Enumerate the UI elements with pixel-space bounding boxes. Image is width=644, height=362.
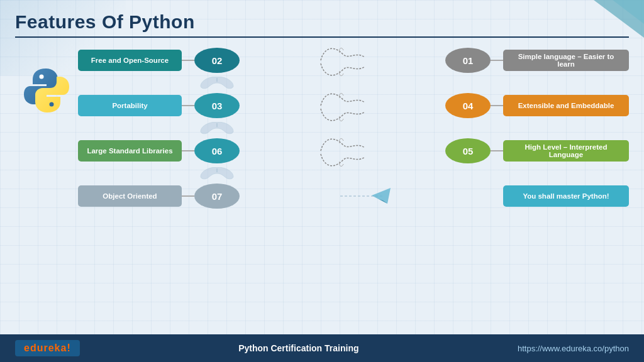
label-free-open-source: Free and Open-Source [78, 50, 182, 71]
oval-05: 05 [445, 138, 491, 163]
page-title: Features Of Python [15, 11, 629, 33]
connector-line [182, 60, 194, 61]
swirl-svg-1 [314, 41, 371, 79]
feature-row-3: Large Standard Libraries 06 05 High Leve… [78, 137, 629, 165]
feature-row-1: Free and Open-Source 02 01 [78, 47, 629, 74]
label-object-oriented: Object Oriented [78, 185, 182, 207]
oval-07: 07 [194, 184, 240, 209]
oval-03: 03 [194, 93, 240, 118]
swirl-svg-3 [314, 132, 371, 170]
footer-url: https://www.edureka.co/python [518, 344, 629, 353]
footer: edureka! Python Certification Training h… [0, 334, 644, 362]
svg-point-0 [40, 75, 44, 79]
feature-row-2: Portability 03 04 Extensible and Embedda… [78, 92, 629, 119]
connector-svg-3-4 [194, 167, 240, 180]
brand-logo: edureka! [15, 340, 80, 356]
swirl-2 [240, 87, 445, 124]
label-high-level: High Level – Interpreted Language [503, 140, 629, 162]
python-logo [21, 65, 72, 116]
oval-01: 01 [445, 48, 491, 73]
brand-text-edureka: edureka [24, 343, 67, 353]
oval-06: 06 [194, 138, 240, 163]
oval-02: 02 [194, 48, 240, 73]
label-large-libraries: Large Standard Libraries [78, 140, 182, 162]
svg-marker-3 [372, 188, 391, 204]
swirl-1 [240, 41, 445, 79]
label-portability: Portability [78, 95, 182, 116]
swirl-3 [240, 132, 445, 170]
brand-exclamation: ! [67, 343, 70, 353]
python-logo-area [15, 47, 78, 116]
connector-svg-1-2 [194, 77, 240, 89]
label-master-python: You shall master Python! [503, 185, 629, 207]
connector-line-r [491, 60, 503, 61]
connector-svg-2-3 [194, 122, 240, 134]
oval-04: 04 [445, 93, 491, 118]
feature-row-4: Object Oriented 07 [78, 182, 629, 210]
footer-course-name: Python Certification Training [80, 343, 518, 353]
swirl-svg-2 [314, 87, 371, 124]
paper-plane-svg [337, 180, 394, 212]
label-simple-language: Simple language – Easier to learn [503, 50, 629, 71]
diagram-area: Free and Open-Source 02 01 [78, 47, 629, 210]
paper-plane-area [240, 180, 491, 212]
title-divider [15, 36, 629, 38]
label-extensible: Extensible and Embeddable [503, 95, 629, 116]
svg-point-1 [50, 102, 54, 107]
